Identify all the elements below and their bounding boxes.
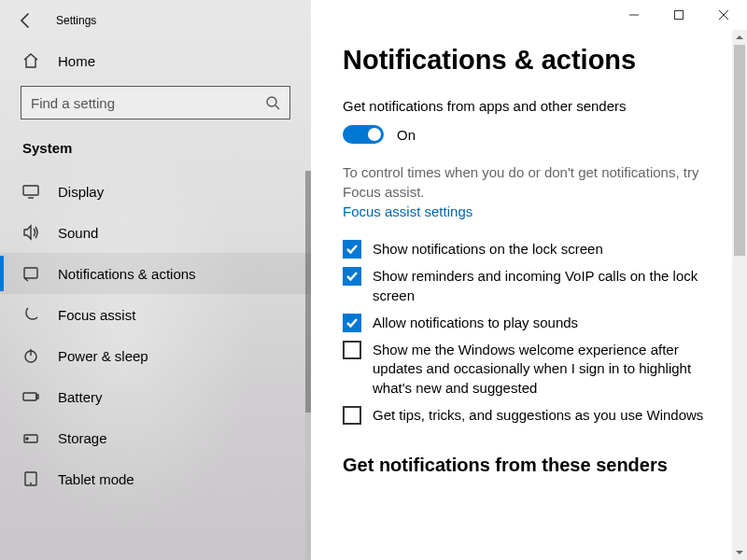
- content-scroll: Notifications & actions Get notification…: [311, 30, 747, 560]
- sidebar-item-display[interactable]: Display: [0, 171, 311, 212]
- sidebar-item-label: Tablet mode: [58, 471, 134, 487]
- sidebar-item-label: Notifications & actions: [58, 266, 196, 282]
- sidebar-item-battery[interactable]: Battery: [0, 376, 311, 417]
- tablet-icon: [22, 470, 39, 487]
- focus-assist-link[interactable]: Focus assist settings: [343, 203, 472, 219]
- main-scrollbar[interactable]: [732, 30, 747, 560]
- check-label: Show notifications on the lock screen: [373, 240, 603, 259]
- nav-list: Display Sound Notifications & actions Fo…: [0, 171, 311, 560]
- minimize-button[interactable]: [613, 1, 655, 29]
- svg-rect-2: [24, 268, 37, 278]
- close-button[interactable]: [702, 1, 745, 29]
- checkbox[interactable]: [343, 314, 361, 332]
- main-scrollbar-thumb[interactable]: [734, 45, 745, 256]
- sidebar: Settings Home System Display Sound Notif…: [0, 0, 311, 560]
- check-label: Allow notifications to play sounds: [373, 314, 578, 332]
- sound-icon: [22, 224, 39, 241]
- search-icon: [265, 95, 280, 110]
- sidebar-item-label: Power & sleep: [58, 348, 148, 364]
- sidebar-item-power-sleep[interactable]: Power & sleep: [0, 335, 311, 376]
- sidebar-item-storage[interactable]: Storage: [0, 417, 311, 458]
- search-input[interactable]: [31, 95, 265, 111]
- main-panel: Notifications & actions Get notification…: [311, 0, 747, 560]
- home-label: Home: [58, 53, 95, 69]
- checkbox[interactable]: [343, 341, 361, 359]
- home-button[interactable]: Home: [0, 41, 311, 82]
- check-label: Show me the Windows welcome experience a…: [373, 341, 719, 398]
- battery-icon: [22, 388, 39, 405]
- check-welcome-experience: Show me the Windows welcome experience a…: [343, 341, 719, 398]
- scroll-down-icon[interactable]: [732, 545, 747, 560]
- check-lock-screen: Show notifications on the lock screen: [343, 240, 719, 259]
- check-label: Show reminders and incoming VoIP calls o…: [373, 267, 719, 305]
- check-reminders-voip: Show reminders and incoming VoIP calls o…: [343, 267, 719, 305]
- back-button[interactable]: [17, 11, 35, 30]
- sidebar-item-tablet-mode[interactable]: Tablet mode: [0, 458, 311, 499]
- help-text: To control times when you do or don't ge…: [343, 162, 719, 202]
- sidebar-item-notifications[interactable]: Notifications & actions: [0, 253, 311, 294]
- toggle-label: Get notifications from apps and other se…: [343, 98, 719, 114]
- svg-rect-4: [23, 393, 36, 400]
- sidebar-item-label: Display: [58, 184, 104, 200]
- titlebar: [311, 0, 747, 30]
- storage-icon: [22, 429, 39, 446]
- search-box[interactable]: [21, 86, 290, 119]
- sidebar-item-label: Sound: [58, 225, 98, 241]
- toggle-state: On: [397, 127, 416, 143]
- sidebar-item-label: Battery: [58, 389, 103, 405]
- svg-rect-1: [23, 186, 38, 195]
- checkbox[interactable]: [343, 240, 361, 259]
- sub-heading: Get notifications from these senders: [343, 455, 719, 476]
- toggle-row: On: [343, 125, 719, 144]
- sidebar-item-focus-assist[interactable]: Focus assist: [0, 294, 311, 335]
- sidebar-item-sound[interactable]: Sound: [0, 212, 311, 253]
- sidebar-item-label: Focus assist: [58, 307, 135, 323]
- svg-point-7: [26, 438, 28, 440]
- checkbox[interactable]: [343, 267, 361, 286]
- notifications-toggle[interactable]: [343, 125, 384, 144]
- scroll-up-icon[interactable]: [732, 30, 747, 45]
- sidebar-item-label: Storage: [58, 430, 107, 446]
- page-title: Notifications & actions: [343, 45, 719, 76]
- power-icon: [22, 347, 39, 364]
- section-label: System: [0, 133, 311, 171]
- app-title: Settings: [56, 14, 96, 27]
- home-icon: [22, 52, 39, 69]
- checkbox[interactable]: [343, 406, 361, 425]
- checkbox-group: Show notifications on the lock screen Sh…: [343, 240, 719, 425]
- maximize-button[interactable]: [657, 1, 700, 29]
- focus-icon: [22, 306, 39, 323]
- svg-rect-9: [675, 11, 684, 20]
- display-icon: [22, 183, 39, 200]
- check-play-sounds: Allow notifications to play sounds: [343, 314, 719, 332]
- top-bar: Settings: [0, 0, 311, 41]
- check-label: Get tips, tricks, and suggestions as you…: [373, 406, 703, 425]
- svg-rect-5: [36, 395, 38, 399]
- svg-point-0: [267, 97, 276, 106]
- check-tips-tricks: Get tips, tricks, and suggestions as you…: [343, 406, 719, 425]
- notifications-icon: [22, 265, 39, 282]
